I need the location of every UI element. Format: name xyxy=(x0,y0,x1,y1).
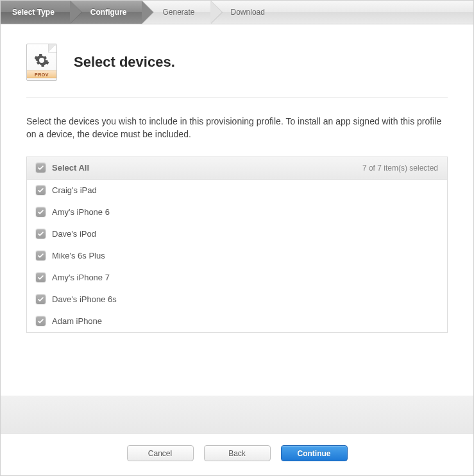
device-name: Amy's iPhone 7 xyxy=(52,273,110,282)
device-name: Craig's iPad xyxy=(52,185,97,195)
device-name: Mike's 6s Plus xyxy=(52,251,105,260)
icon-band-label: PROV xyxy=(27,71,56,78)
device-name: Amy's iPhone 6 xyxy=(52,207,110,217)
device-name: Adam iPhone xyxy=(52,316,102,326)
checkbox-icon[interactable] xyxy=(36,251,46,260)
checkbox-icon[interactable] xyxy=(36,163,46,173)
device-name: Dave's iPhone 6s xyxy=(52,294,117,304)
chevron-right-icon xyxy=(70,1,81,24)
back-button[interactable]: Back xyxy=(204,445,271,461)
device-row[interactable]: Dave's iPhone 6s xyxy=(27,289,447,310)
chevron-right-icon xyxy=(210,1,222,24)
checkbox-icon[interactable] xyxy=(36,294,46,304)
step-label: Download xyxy=(231,8,265,17)
step-label: Generate xyxy=(162,8,194,17)
device-row[interactable]: Craig's iPad xyxy=(27,180,447,201)
device-list: Select All 7 of 7 item(s) selected Craig… xyxy=(26,157,448,333)
step-label: Select Type xyxy=(12,8,55,17)
checkbox-icon[interactable] xyxy=(36,229,46,239)
content-area: PROV Select devices. Select the devices … xyxy=(1,24,473,395)
step-select-type[interactable]: Select Type xyxy=(1,1,70,24)
provisioning-wizard-window: Select Type Configure Generate Download … xyxy=(0,0,474,476)
chevron-right-icon xyxy=(142,1,153,24)
gear-icon xyxy=(34,53,49,68)
device-row[interactable]: Dave's iPod xyxy=(27,223,447,245)
selection-count: 7 of 7 item(s) selected xyxy=(362,164,438,173)
device-row[interactable]: Mike's 6s Plus xyxy=(27,245,447,267)
wizard-steps: Select Type Configure Generate Download xyxy=(1,1,473,24)
action-bar: Cancel Back Continue xyxy=(1,434,473,475)
instructions-text: Select the devices you wish to include i… xyxy=(26,98,448,157)
page-header: PROV Select devices. xyxy=(26,44,448,98)
checkbox-icon[interactable] xyxy=(36,273,46,282)
page-title: Select devices. xyxy=(74,54,175,71)
select-all-row[interactable]: Select All 7 of 7 item(s) selected xyxy=(27,157,447,180)
device-row[interactable]: Amy's iPhone 7 xyxy=(27,267,447,289)
continue-button[interactable]: Continue xyxy=(281,445,348,461)
provisioning-profile-icon: PROV xyxy=(26,44,57,81)
cancel-button[interactable]: Cancel xyxy=(127,445,194,461)
device-row[interactable]: Adam iPhone xyxy=(27,310,447,332)
device-name: Dave's iPod xyxy=(52,229,96,239)
checkbox-icon[interactable] xyxy=(36,207,46,217)
checkbox-icon[interactable] xyxy=(36,185,46,195)
select-all-label: Select All xyxy=(52,163,89,173)
checkbox-icon[interactable] xyxy=(36,316,46,326)
device-row[interactable]: Amy's iPhone 6 xyxy=(27,201,447,223)
step-label: Configure xyxy=(90,8,127,17)
footer-band xyxy=(1,395,473,434)
